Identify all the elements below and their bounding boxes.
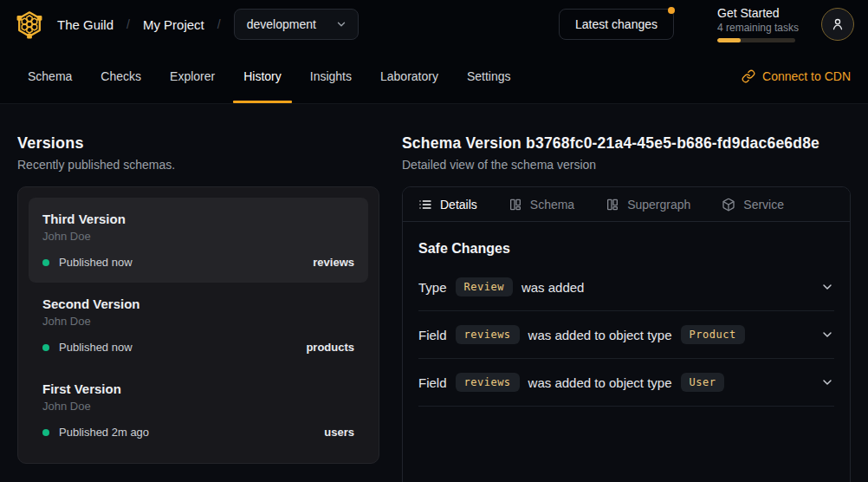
version-service: products xyxy=(306,341,354,354)
project-nav: Schema Checks Explorer History Insights … xyxy=(0,49,868,104)
version-list-item[interactable]: First Version John Doe Published 2m ago … xyxy=(29,368,368,453)
safe-changes-heading: Safe Changes xyxy=(418,241,834,257)
version-status: Published 2m ago xyxy=(59,426,149,439)
link-icon xyxy=(742,69,755,83)
connect-to-cdn-label: Connect to CDN xyxy=(762,69,851,83)
published-dot-icon xyxy=(42,259,49,266)
change-code-badge: User xyxy=(681,373,725,392)
user-avatar-button[interactable] xyxy=(821,8,854,41)
change-row[interactable]: Field reviews was added to object type U… xyxy=(418,359,834,407)
version-detail-title: Schema Version b3768fc0-21a4-45e5-b686-f… xyxy=(402,134,851,153)
breadcrumb-separator: / xyxy=(217,17,221,31)
latest-changes-button[interactable]: Latest changes xyxy=(559,9,674,40)
nav-tabs: Schema Checks Explorer History Insights … xyxy=(17,49,529,103)
detail-tab-service[interactable]: Service xyxy=(722,198,784,212)
change-prefix: Type xyxy=(418,280,447,295)
detail-tab-label: Details xyxy=(440,198,477,212)
connect-to-cdn-link[interactable]: Connect to CDN xyxy=(742,49,851,103)
version-service: users xyxy=(324,426,354,439)
get-started-title: Get Started xyxy=(717,6,795,20)
change-suffix: was added to object type xyxy=(528,328,672,342)
detail-tab-details[interactable]: Details xyxy=(418,198,477,212)
version-status-row: Published now products xyxy=(42,341,354,354)
version-service: reviews xyxy=(313,256,354,269)
version-detail-card: Details Schema xyxy=(402,186,851,482)
tab-checks[interactable]: Checks xyxy=(90,49,152,103)
breadcrumb-project[interactable]: My Project xyxy=(143,17,204,32)
chevron-down-icon[interactable] xyxy=(820,328,834,342)
versions-list: Third Version John Doe Published now rev… xyxy=(17,186,379,464)
version-status: Published now xyxy=(59,341,133,354)
get-started-progress-fill xyxy=(717,38,741,42)
detail-tabs: Details Schema xyxy=(403,187,850,222)
user-icon xyxy=(830,16,845,32)
change-code-badge: reviews xyxy=(456,325,520,344)
change-code-badge: reviews xyxy=(456,373,520,392)
tab-explorer[interactable]: Explorer xyxy=(159,49,225,103)
latest-changes-label: Latest changes xyxy=(575,17,657,31)
version-author: John Doe xyxy=(42,315,354,328)
detail-tab-supergraph[interactable]: Supergraph xyxy=(606,198,690,212)
published-dot-icon xyxy=(42,344,49,351)
notification-dot xyxy=(668,7,675,14)
hive-logo-icon[interactable] xyxy=(14,9,45,40)
tab-laboratory[interactable]: Laboratory xyxy=(370,49,449,103)
version-name: Third Version xyxy=(42,212,354,226)
version-status-row: Published 2m ago users xyxy=(42,426,354,439)
version-list-item[interactable]: Second Version John Doe Published now pr… xyxy=(29,283,368,368)
main-content: Versions Recently published schemas. Thi… xyxy=(0,104,868,482)
get-started-widget[interactable]: Get Started 4 remaining tasks xyxy=(717,6,795,42)
version-list-item[interactable]: Third Version John Doe Published now rev… xyxy=(29,198,368,283)
top-bar: The Guild / My Project / development Lat… xyxy=(0,0,868,49)
version-author: John Doe xyxy=(42,230,354,243)
version-author: John Doe xyxy=(42,400,354,413)
version-status-row: Published now reviews xyxy=(42,256,354,269)
detail-body: Safe Changes Type Review was added Field… xyxy=(403,222,850,407)
change-code-badge: Product xyxy=(681,325,745,344)
change-code-badge: Review xyxy=(456,277,513,296)
versions-title: Versions xyxy=(17,134,379,153)
chevron-down-icon xyxy=(335,18,347,30)
version-status: Published now xyxy=(59,256,133,269)
detail-tab-label: Supergraph xyxy=(627,198,690,212)
published-dot-icon xyxy=(42,429,49,436)
environment-selector[interactable]: development xyxy=(234,9,359,40)
breadcrumb-separator: / xyxy=(126,17,130,31)
versions-panel: Versions Recently published schemas. Thi… xyxy=(17,121,379,482)
breadcrumb-org[interactable]: The Guild xyxy=(57,17,113,32)
columns-icon xyxy=(508,198,522,212)
chevron-down-icon[interactable] xyxy=(820,375,834,389)
list-icon xyxy=(418,198,432,212)
version-detail-panel: Schema Version b3768fc0-21a4-45e5-b686-f… xyxy=(402,121,851,482)
detail-tab-label: Schema xyxy=(530,198,574,212)
version-detail-subtitle: Detailed view of the schema version xyxy=(402,158,851,172)
columns-icon xyxy=(606,198,619,212)
get-started-subtitle: 4 remaining tasks xyxy=(717,22,795,34)
breadcrumb: The Guild / My Project / xyxy=(57,17,221,32)
change-prefix: Field xyxy=(418,328,447,342)
version-name: First Version xyxy=(42,381,354,396)
cube-icon xyxy=(722,198,735,212)
tab-insights[interactable]: Insights xyxy=(300,49,362,103)
detail-tab-label: Service xyxy=(743,198,784,212)
chevron-down-icon[interactable] xyxy=(820,280,834,294)
change-suffix: was added xyxy=(521,280,585,295)
change-row[interactable]: Field reviews was added to object type P… xyxy=(418,311,834,359)
change-suffix: was added to object type xyxy=(528,375,672,390)
tab-settings[interactable]: Settings xyxy=(457,49,521,103)
change-row[interactable]: Type Review was added xyxy=(418,264,834,311)
versions-subtitle: Recently published schemas. xyxy=(17,158,379,172)
tab-schema[interactable]: Schema xyxy=(17,49,82,103)
version-name: Second Version xyxy=(42,296,354,311)
tab-history[interactable]: History xyxy=(233,49,292,103)
environment-selector-value: development xyxy=(247,17,316,31)
change-prefix: Field xyxy=(418,375,447,390)
get-started-progressbar xyxy=(717,38,795,42)
detail-tab-schema[interactable]: Schema xyxy=(508,198,574,212)
